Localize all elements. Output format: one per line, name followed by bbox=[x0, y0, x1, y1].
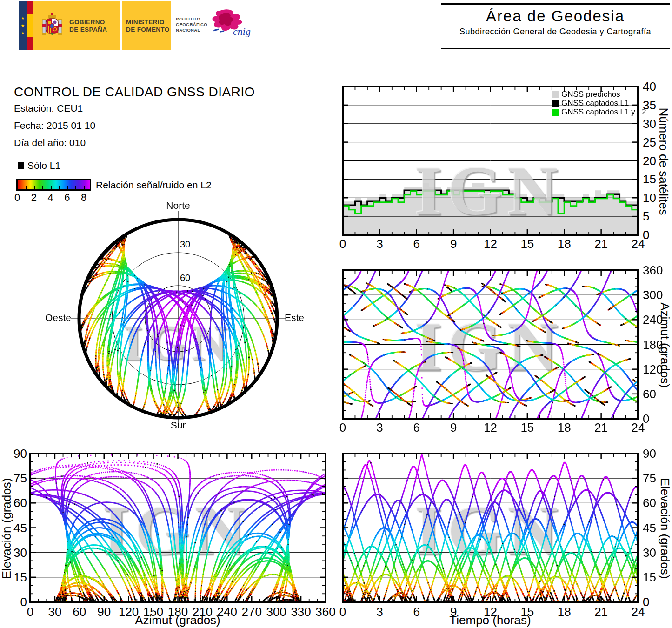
x-tick-label: 12 bbox=[474, 421, 507, 434]
legend-row: GNSS predichos bbox=[552, 90, 646, 99]
legend-label: GNSS predichos bbox=[561, 90, 620, 99]
eu-flag-icon: ★ ★ ★ bbox=[19, 1, 27, 50]
colorbar-tick bbox=[34, 186, 35, 189]
colorbar-number: 0 bbox=[8, 192, 27, 204]
y-tick-label: 120 bbox=[643, 363, 663, 376]
y-tick-label: 0 bbox=[643, 228, 649, 241]
gobierno-label: GOBIERNO DE ESPAÑA bbox=[69, 19, 107, 33]
y-tick-label: 15 bbox=[643, 571, 656, 584]
colorbar-tick bbox=[17, 186, 18, 189]
station-line: Estación: CEU1 bbox=[14, 103, 83, 114]
y-tick-label: 300 bbox=[643, 288, 663, 301]
colorbar-tick bbox=[42, 186, 43, 189]
eu-star-icon: ★ bbox=[21, 31, 25, 35]
x-tick-label: 3 bbox=[363, 421, 396, 434]
eu-star-icon: ★ bbox=[21, 16, 25, 20]
x-tick-label: 12 bbox=[474, 605, 507, 618]
x-tick-label: 18 bbox=[548, 421, 580, 434]
elevation-azimuth-canvas bbox=[29, 452, 327, 603]
ign-block: INSTITUTO GEOGRÁFICO NACIONAL cnig bbox=[171, 1, 253, 50]
subdireccion-subtitle: Subdirección General de Geodesia y Carto… bbox=[441, 27, 670, 37]
x-tick-label: 6 bbox=[400, 237, 433, 250]
header-rule-bottom bbox=[441, 48, 670, 49]
x-tick-label: 0 bbox=[326, 237, 359, 250]
captured-l1l2-swatch-icon bbox=[552, 109, 559, 116]
y-tick-label: 0 bbox=[643, 595, 649, 608]
y-tick-label: 45 bbox=[1, 521, 27, 534]
instituto-geografico-label: INSTITUTO GEOGRÁFICO NACIONAL bbox=[176, 16, 207, 33]
x-tick-label: 0 bbox=[326, 605, 359, 618]
skyplot-west-label: Oeste bbox=[25, 312, 71, 323]
skyplot-north-label: Norte bbox=[155, 200, 201, 211]
x-tick-label: 15 bbox=[511, 237, 544, 250]
y-tick-label: 20 bbox=[643, 154, 656, 167]
x-tick-label: 15 bbox=[511, 421, 544, 434]
eu-star-icon: ★ bbox=[21, 24, 25, 28]
colorbar-number: 2 bbox=[25, 192, 43, 204]
captured-l1-swatch-icon bbox=[552, 100, 559, 107]
x-tick-label: 0 bbox=[326, 421, 359, 434]
ministerio-label: MINISTERIO DE FOMENTO bbox=[126, 19, 170, 33]
y-tick-label: 15 bbox=[1, 571, 27, 584]
x-tick-label: 12 bbox=[474, 237, 507, 250]
x-tick-label: 15 bbox=[511, 605, 544, 618]
area-geodesia-title: Área de Geodesia bbox=[441, 7, 670, 25]
report-title: CONTROL DE CALIDAD GNSS DIARIO bbox=[14, 85, 255, 100]
gnss-quality-report-page: ★ ★ ★ GOB bbox=[0, 0, 672, 628]
x-tick-label: 9 bbox=[437, 605, 470, 618]
y-tick-label: 75 bbox=[643, 472, 656, 485]
x-tick-label: 3 bbox=[363, 237, 396, 250]
colorbar-number: 6 bbox=[58, 192, 76, 204]
y-tick-label: 60 bbox=[643, 496, 656, 509]
y-tick-label: 90 bbox=[643, 447, 656, 460]
y-tick-label: 90 bbox=[1, 447, 27, 460]
gobierno-block: GOBIERNO DE ESPAÑA bbox=[33, 1, 120, 50]
ministerio-block: MINISTERIO DE FOMENTO bbox=[122, 1, 171, 50]
x-tick-label: 3 bbox=[363, 605, 396, 618]
svg-text:cnig: cnig bbox=[233, 26, 251, 37]
satellite-count-legend: GNSS predichos GNSS captados L1 GNSS cap… bbox=[552, 90, 646, 117]
colorbar-number: 8 bbox=[74, 192, 93, 204]
azimuth-time-canvas bbox=[341, 269, 639, 420]
colorbar-tick bbox=[75, 186, 76, 189]
y-tick-label: 30 bbox=[643, 117, 656, 130]
colorbar-tick bbox=[59, 186, 60, 189]
x-tick-label: 9 bbox=[437, 237, 470, 250]
x-tick-label: 24 bbox=[622, 421, 654, 434]
doy-line: Día del año: 010 bbox=[14, 137, 86, 148]
elevation-time-y-title: Elevación (grados) bbox=[659, 459, 672, 598]
skyplot-east-label: Este bbox=[285, 312, 331, 323]
legend-label: GNSS captados L1 bbox=[561, 99, 629, 107]
government-banner: ★ ★ ★ GOB bbox=[19, 1, 253, 50]
colorbar-tick bbox=[67, 186, 68, 189]
skyplot-south-label: Sur bbox=[155, 420, 201, 431]
spain-coat-of-arms-icon bbox=[41, 12, 63, 40]
y-tick-label: 75 bbox=[1, 472, 27, 485]
y-tick-label: 10 bbox=[643, 191, 656, 204]
predicted-swatch-icon bbox=[552, 91, 559, 98]
y-tick-label: 240 bbox=[643, 313, 663, 326]
y-tick-label: 0 bbox=[1, 595, 27, 608]
l1-only-label: Sólo L1 bbox=[27, 160, 60, 171]
x-tick-label: 21 bbox=[585, 605, 618, 618]
y-tick-label: 360 bbox=[643, 264, 663, 277]
colorbar-tick bbox=[51, 186, 52, 189]
y-tick-label: 60 bbox=[643, 387, 656, 401]
legend-label: GNSS captados L1 y L2 bbox=[561, 108, 646, 116]
x-tick-label: 24 bbox=[622, 605, 654, 618]
snr-colorbar bbox=[16, 179, 91, 191]
legend-row: GNSS captados L1 y L2 bbox=[552, 108, 646, 116]
l1-only-swatch-icon bbox=[18, 162, 24, 169]
spain-flag-icon bbox=[27, 1, 33, 50]
header-rule-top bbox=[441, 3, 670, 5]
y-tick-label: 0 bbox=[643, 412, 649, 425]
x-tick-label: 9 bbox=[437, 421, 470, 434]
cnig-logo-icon: cnig bbox=[206, 6, 253, 39]
y-tick-label: 45 bbox=[643, 521, 656, 534]
x-tick-label: 18 bbox=[548, 605, 580, 618]
snr-colorbar-caption: Relación señal/ruido en L2 bbox=[96, 180, 212, 191]
x-tick-label: 18 bbox=[548, 237, 580, 250]
y-tick-label: 5 bbox=[643, 210, 649, 223]
y-tick-label: 180 bbox=[643, 338, 663, 351]
x-tick-label: 6 bbox=[400, 421, 433, 434]
